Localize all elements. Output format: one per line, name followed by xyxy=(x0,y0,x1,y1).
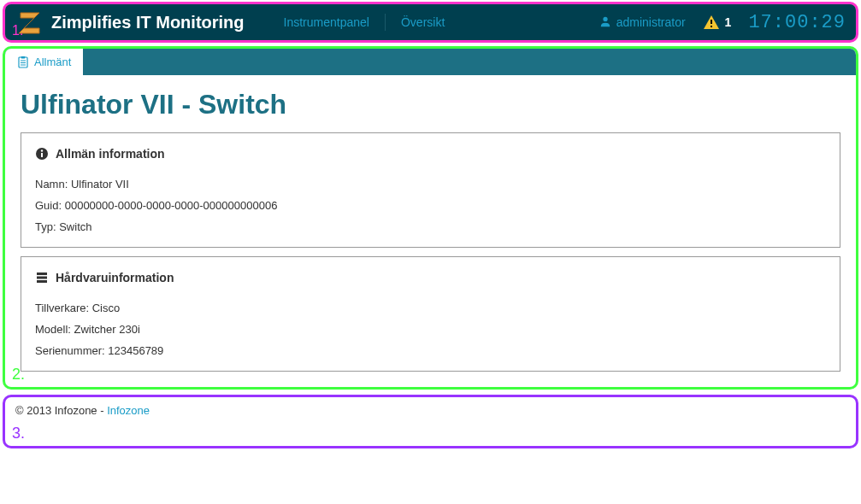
page-content: Ulfinator VII - Switch Allmän informatio… xyxy=(5,75,856,372)
annotation-3: 3. xyxy=(12,425,25,442)
svg-point-0 xyxy=(603,16,607,21)
clipboard-icon xyxy=(17,56,29,68)
nav-links: Instrumentpanel Översikt xyxy=(268,10,461,34)
warning-icon xyxy=(703,15,720,30)
nav-dashboard[interactable]: Instrumentpanel xyxy=(268,10,385,34)
type-value: Switch xyxy=(59,220,91,233)
annotation-1: 1. xyxy=(12,23,23,38)
page-title: Ulfinator VII - Switch xyxy=(21,89,840,120)
row-manufacturer: Tillverkare: Cisco xyxy=(35,302,826,314)
clock: 17:00:29 xyxy=(748,12,846,33)
svg-rect-1 xyxy=(711,20,712,24)
panel-hardware-header: Hårdvaruinformation xyxy=(35,271,826,284)
row-type: Typ: Switch xyxy=(35,220,826,233)
name-value: Ulfinator VII xyxy=(71,178,129,190)
main-content: 2. Allmänt Ulfinator VII - Switch xyxy=(3,46,858,390)
svg-rect-12 xyxy=(37,277,47,279)
tab-general[interactable]: Allmänt xyxy=(5,49,83,75)
alert-indicator[interactable]: 1 xyxy=(703,15,732,30)
model-label: Modell: xyxy=(35,323,74,336)
alert-count: 1 xyxy=(725,15,732,29)
user-menu[interactable]: administrator xyxy=(599,15,686,30)
name-label: Namn: xyxy=(35,178,71,190)
hardware-icon xyxy=(35,271,49,284)
svg-rect-9 xyxy=(41,153,43,157)
guid-value: 00000000-0000-0000-0000-000000000006 xyxy=(65,199,278,212)
svg-point-10 xyxy=(41,149,43,151)
annotation-2: 2. xyxy=(12,366,25,384)
logo-area: Zimplifies IT Monitoring xyxy=(15,8,268,37)
footer-link-infozone[interactable]: Infozone xyxy=(107,404,150,417)
top-header: 1. Zimplifies IT Monitoring Instrumentpa… xyxy=(3,2,858,43)
nav-overview[interactable]: Översikt xyxy=(386,10,460,34)
svg-rect-13 xyxy=(37,280,47,283)
svg-rect-4 xyxy=(21,56,26,59)
serial-label: Serienummer: xyxy=(35,344,108,357)
guid-label: Guid: xyxy=(35,199,65,212)
row-serial: Serienummer: 123456789 xyxy=(35,344,826,357)
panel-general-info: Allmän information Namn: Ulfinator VII G… xyxy=(21,132,840,248)
panel-hardware-heading: Hårdvaruinformation xyxy=(56,271,174,284)
svg-rect-11 xyxy=(37,273,47,275)
user-icon xyxy=(599,15,611,30)
row-guid: Guid: 00000000-0000-0000-0000-0000000000… xyxy=(35,199,826,212)
svg-rect-2 xyxy=(711,26,712,27)
row-name: Namn: Ulfinator VII xyxy=(35,178,826,190)
user-label: administrator xyxy=(616,15,686,29)
mfr-value: Cisco xyxy=(92,302,121,314)
mfr-label: Tillverkare: xyxy=(35,302,92,314)
panel-hardware-info: Hårdvaruinformation Tillverkare: Cisco M… xyxy=(21,256,840,372)
tab-general-label: Allmänt xyxy=(34,56,71,68)
footer: 3. © 2013 Infozone - Infozone xyxy=(3,395,858,448)
info-icon xyxy=(35,147,49,161)
type-label: Typ: xyxy=(35,220,59,233)
serial-value: 123456789 xyxy=(108,344,163,357)
panel-general-heading: Allmän information xyxy=(56,147,165,161)
footer-copyright: © 2013 Infozone - xyxy=(15,404,107,417)
header-right: administrator 1 17:00:29 xyxy=(599,12,846,33)
app-title: Zimplifies IT Monitoring xyxy=(51,13,245,32)
panel-general-header: Allmän information xyxy=(35,147,826,161)
tab-bar: Allmänt xyxy=(5,49,856,75)
model-value: Zwitcher 230i xyxy=(74,323,140,336)
row-model: Modell: Zwitcher 230i xyxy=(35,323,826,336)
